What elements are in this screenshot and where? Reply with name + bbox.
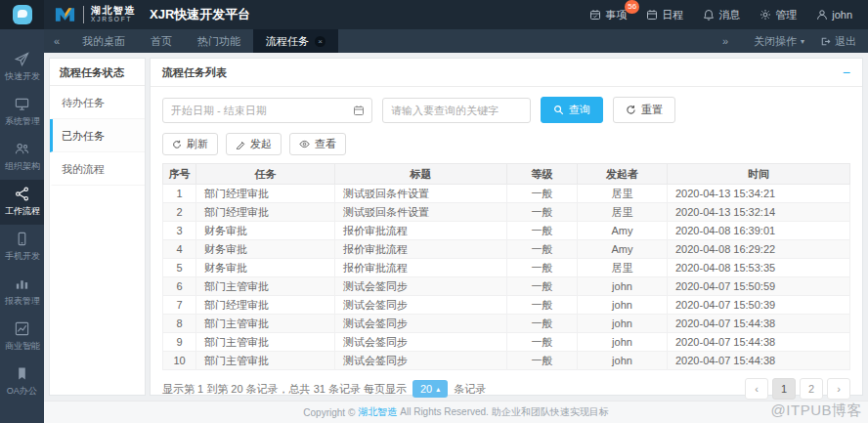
tab-label: 首页	[151, 34, 172, 49]
line-chart-icon	[15, 321, 29, 336]
pager-page-2[interactable]: 2	[800, 378, 823, 400]
tab-process-tasks[interactable]: 流程任务×	[253, 29, 338, 53]
cell-index: 5	[163, 259, 196, 277]
eye-icon	[299, 139, 310, 149]
column-header-initiator[interactable]: 发起者	[578, 164, 668, 185]
topbar-item-user[interactable]: john	[816, 9, 852, 21]
task-status-panel: 流程任务状态 待办任务已办任务我的流程	[49, 58, 146, 396]
calendar-check-icon	[589, 9, 601, 21]
copyright-suffix: All Rights Reserved. 助企业和团队快速实现目标	[400, 405, 608, 419]
monitor-icon	[15, 97, 29, 111]
tab-hot-functions[interactable]: 热门功能	[185, 29, 253, 53]
calendar-icon[interactable]	[353, 105, 365, 116]
cell-level: 一般	[507, 222, 578, 240]
pager-prev[interactable]: ‹	[745, 378, 768, 400]
sidebar-item-mobile-dev[interactable]: 手机开发	[0, 225, 44, 270]
cell-index: 4	[163, 240, 196, 259]
table-row[interactable]: 10部门主管审批测试会签同步一般john2020-04-07 15:44:38	[163, 352, 850, 370]
cell-title: 报价审批流程	[335, 259, 507, 277]
cell-title: 测试会签同步	[335, 296, 507, 315]
cell-title: 测试驳回条件设置	[335, 185, 507, 203]
keyword-input[interactable]	[382, 98, 531, 123]
topbar-actions: 事项56日程消息管理john	[589, 8, 868, 22]
exit-button[interactable]: 退出	[820, 34, 856, 49]
cell-initiator: john	[578, 296, 668, 315]
status-item-todo[interactable]: 待办任务	[50, 86, 145, 119]
topbar-item-matters[interactable]: 事项56	[589, 8, 627, 22]
sidebar-item-quick-dev[interactable]: 快速开发	[0, 45, 44, 90]
tab-close-icon[interactable]: ×	[315, 36, 326, 47]
collapse-panel-icon[interactable]: −	[843, 65, 850, 79]
cell-task: 财务审批	[196, 240, 335, 259]
refresh-button[interactable]: 刷新	[162, 133, 218, 155]
reset-button[interactable]: 重置	[613, 97, 675, 123]
tabs-scroll-right-icon[interactable]: »	[713, 35, 738, 47]
tab-my-desktop[interactable]: 我的桌面	[69, 29, 138, 53]
cell-initiator: john	[578, 352, 668, 370]
topbar-item-label: 事项	[605, 8, 627, 22]
cell-title: 测试会签同步	[335, 352, 507, 370]
table-row[interactable]: 6部门主管审批测试会签同步一般john2020-04-07 15:50:59	[163, 277, 850, 296]
topbar-item-schedule[interactable]: 日程	[646, 8, 683, 22]
query-button-label: 查询	[569, 103, 590, 117]
status-item-my-process[interactable]: 我的流程	[50, 152, 145, 186]
topbar-item-admin[interactable]: 管理	[760, 8, 797, 22]
query-button[interactable]: 查询	[541, 97, 603, 123]
table-row[interactable]: 2部门经理审批测试驳回条件设置一般居里2020-04-13 15:32:14	[163, 203, 850, 222]
close-operations-menu[interactable]: 关闭操作 ▾	[754, 34, 804, 49]
column-header-title[interactable]: 标题	[335, 164, 507, 185]
sidebar-item-business-intel[interactable]: 商业智能	[0, 315, 44, 360]
cell-initiator: 居里	[578, 185, 668, 203]
cell-time: 2020-04-13 15:34:21	[668, 185, 850, 203]
cell-title: 报价审批流程	[335, 222, 507, 240]
cell-time: 2020-04-07 15:44:38	[668, 333, 850, 352]
column-header-time[interactable]: 时间	[668, 164, 850, 185]
sidebar-item-workflow[interactable]: 工作流程	[0, 180, 44, 225]
table-row[interactable]: 1部门经理审批测试驳回条件设置一般居里2020-04-13 15:34:21	[163, 185, 850, 203]
table-row[interactable]: 8部门主管审批测试会签同步一般john2020-04-07 15:44:38	[163, 315, 850, 333]
topbar-item-label: 消息	[718, 8, 740, 22]
table-row[interactable]: 4财务审批报价审批流程一般Amy2020-04-08 16:29:22	[163, 240, 850, 259]
table-row[interactable]: 7部门经理审批测试会签同步一般john2020-04-07 15:50:39	[163, 296, 850, 315]
cell-time: 2020-04-08 15:53:35	[668, 259, 850, 277]
view-button[interactable]: 查看	[289, 133, 346, 155]
cell-initiator: john	[578, 277, 668, 296]
table-row[interactable]: 9部门主管审批测试会签同步一般john2020-04-07 15:44:38	[163, 333, 850, 352]
brand-sub-name: XJRSOFT	[91, 17, 136, 23]
task-status-list: 待办任务已办任务我的流程	[50, 86, 145, 186]
footer-brand-link[interactable]: 湖北智造	[358, 405, 397, 419]
refresh-icon	[626, 105, 636, 115]
notification-badge: 56	[625, 0, 639, 14]
sidebar-item-org-structure[interactable]: 组织架构	[0, 135, 44, 180]
tab-home[interactable]: 首页	[138, 29, 185, 53]
pager-next[interactable]: ›	[827, 378, 850, 400]
sidebar-item-oa-office[interactable]: OA办公	[0, 360, 44, 404]
table-row[interactable]: 3财务审批报价审批流程一般Amy2020-04-08 16:39:01	[163, 222, 850, 240]
sidebar-item-report-mgmt[interactable]: 报表管理	[0, 270, 44, 315]
table-row[interactable]: 5财务审批报价审批流程一般居里2020-04-08 15:53:35	[163, 259, 850, 277]
paper-plane-icon	[15, 52, 29, 66]
pager: ‹12›	[745, 378, 850, 400]
launch-button[interactable]: 发起	[226, 133, 282, 155]
pager-page-1[interactable]: 1	[772, 378, 796, 400]
page-size-dropdown[interactable]: 20 ▴	[412, 380, 448, 398]
cell-task: 财务审批	[196, 222, 335, 240]
refresh-button-label: 刷新	[187, 137, 208, 151]
sidebar-item-system-mgmt[interactable]: 系统管理	[0, 90, 44, 135]
cell-time: 2020-04-07 15:50:59	[668, 277, 850, 296]
column-header-task[interactable]: 任务	[196, 164, 335, 185]
column-header-level[interactable]: 等级	[507, 164, 578, 185]
brand-mark-icon	[54, 7, 76, 22]
table-toolbar: 刷新 发起 查看	[151, 131, 862, 163]
status-item-done[interactable]: 已办任务	[50, 119, 145, 152]
app-logo-box[interactable]	[0, 0, 44, 29]
cell-level: 一般	[507, 315, 578, 333]
sidebar-item-label: 商业智能	[4, 340, 39, 352]
topbar-item-messages[interactable]: 消息	[703, 8, 740, 22]
date-range-input[interactable]	[162, 98, 372, 123]
column-header-index[interactable]: 序号	[163, 164, 196, 185]
tab-list: 我的桌面首页热门功能流程任务×	[69, 29, 338, 53]
task-list-header: 流程任务列表 −	[151, 59, 862, 87]
tabs-scroll-left-icon[interactable]: «	[44, 29, 69, 53]
cell-index: 3	[163, 222, 196, 240]
